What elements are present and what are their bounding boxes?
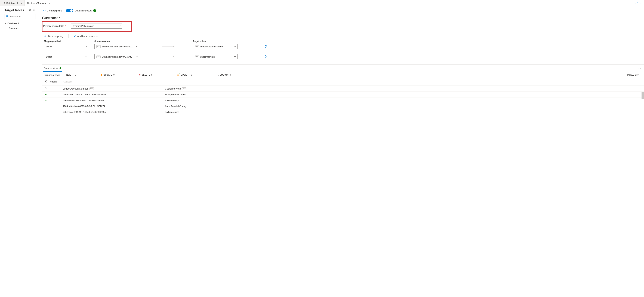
pipeline-icon bbox=[42, 9, 46, 12]
data-preview-grid: LedgerAccountNumber abc CustomerNote abc… bbox=[42, 86, 644, 115]
insert-marker-icon: + bbox=[45, 110, 63, 113]
statistics-label: Statistics bbox=[64, 80, 72, 83]
collapse-pane-icon[interactable] bbox=[638, 67, 641, 70]
data-flow-debug-label: Data flow debug bbox=[75, 9, 92, 12]
delete-mapping-button[interactable] bbox=[264, 55, 267, 58]
mapping-method-select[interactable]: Direct bbox=[44, 44, 89, 49]
chevron-down-icon bbox=[136, 45, 138, 48]
sidebar: Target tables Database 1 Customer bbox=[0, 6, 38, 115]
svg-rect-7 bbox=[62, 80, 62, 82]
more-icon[interactable]: ·· bbox=[640, 2, 642, 4]
statistics-button: Statistics bbox=[60, 80, 72, 83]
target-column-value: CustomerNote bbox=[200, 56, 215, 58]
mapping-method-value: Direct bbox=[46, 56, 52, 58]
search-icon bbox=[216, 74, 219, 76]
sort-icon[interactable] bbox=[45, 87, 63, 90]
data-flow-debug-toggle[interactable] bbox=[66, 9, 73, 12]
primary-source-select[interactable]: SyntheaPatients.csv bbox=[71, 23, 122, 28]
database-icon bbox=[2, 2, 5, 4]
unsaved-dot-icon bbox=[21, 3, 22, 4]
tree-root-database[interactable]: Database 1 bbox=[4, 21, 36, 26]
mapping-method-select[interactable]: Direct bbox=[44, 54, 89, 60]
upsert-icon: ✱+ bbox=[177, 74, 180, 76]
type-badge-icon: abc bbox=[96, 45, 100, 48]
chevron-down-icon bbox=[234, 56, 236, 58]
tab-label: CustomerMapping bbox=[27, 2, 46, 4]
target-column-select[interactable]: abc CustomerNote bbox=[193, 54, 238, 60]
tabs-bar: Database 1 CustomerMapping ·· bbox=[0, 0, 644, 6]
additional-sources-button[interactable]: Additional sources bbox=[74, 35, 98, 38]
data-preview-tab-label: Data preview bbox=[44, 67, 58, 70]
new-mapping-label: New mapping bbox=[48, 35, 64, 38]
data-preview-tab[interactable]: Data preview bbox=[43, 65, 62, 72]
chevron-down-icon bbox=[4, 22, 6, 25]
create-pipeline-label: Create pipeline bbox=[47, 9, 62, 12]
target-column-select[interactable]: abc LedgerAccountNumber bbox=[193, 44, 238, 49]
create-pipeline-button[interactable]: Create pipeline bbox=[42, 9, 62, 12]
stat-total: TOTAL 237 bbox=[627, 74, 639, 76]
search-icon bbox=[6, 15, 8, 18]
primary-source-label: Primary source table * bbox=[43, 25, 66, 27]
expand-icon[interactable] bbox=[635, 2, 638, 4]
cell: de518aa5-6f34-4912-99e0-e640cd50765c bbox=[63, 111, 165, 113]
new-mapping-button[interactable]: ＋ New mapping bbox=[44, 34, 64, 38]
cell: Baltimore city bbox=[165, 111, 641, 113]
target-column-value: LedgerAccountNumber bbox=[200, 45, 224, 48]
column-header[interactable]: CustomerNote bbox=[165, 87, 181, 90]
source-column-select[interactable]: abc SyntheaPatients.csv@County bbox=[94, 54, 139, 60]
primary-source-value: SyntheaPatients.csv bbox=[73, 25, 94, 27]
cell: Montgomery County bbox=[165, 93, 641, 96]
pane-splitter[interactable] bbox=[42, 64, 644, 65]
x-icon: × bbox=[139, 74, 140, 76]
mapping-header-method: Mapping method bbox=[44, 40, 94, 42]
drag-handle-icon bbox=[341, 64, 345, 65]
vertical-scrollbar[interactable] bbox=[642, 92, 644, 99]
source-column-value: SyntheaPatients.csv@Member id bbox=[102, 45, 134, 48]
refresh-icon bbox=[45, 80, 48, 83]
type-badge-icon: abc bbox=[182, 88, 186, 90]
grid-row[interactable]: + 4904d43b-d4c6-4395-85e9-fc021f577674 A… bbox=[42, 103, 644, 109]
asterisk-icon: ✱ bbox=[100, 74, 102, 76]
grid-row[interactable]: + de518aa5-6f34-4912-99e0-e640cd50765c B… bbox=[42, 109, 644, 115]
check-icon bbox=[74, 35, 76, 38]
cell: 4904d43b-d4c6-4395-85e9-fc021f577674 bbox=[63, 105, 165, 108]
arrow-icon bbox=[162, 57, 174, 57]
additional-sources-label: Additional sources bbox=[77, 35, 98, 38]
mapping-header-target: Target column bbox=[193, 40, 246, 42]
type-badge-icon: abc bbox=[96, 56, 100, 58]
insert-marker-icon: + bbox=[45, 105, 63, 108]
unsaved-dot-icon bbox=[49, 3, 50, 4]
collapse-sidebar-icon[interactable] bbox=[33, 9, 36, 12]
check-circle-icon: ✓ bbox=[93, 9, 96, 12]
refresh-button[interactable]: Refresh bbox=[45, 80, 57, 83]
grid-row[interactable]: + b1e5c90d-1cb9-4202-bb03-26631a9bc6c8 M… bbox=[42, 92, 644, 98]
stat-update: ✱ UPDATE 0 bbox=[100, 74, 114, 76]
tab-customer-mapping[interactable]: CustomerMapping bbox=[24, 0, 52, 6]
page-heading: Customer bbox=[42, 16, 644, 20]
divider bbox=[68, 34, 68, 38]
cell: 63e08f91-8a9e-40fe-af02-dcee8c53d48e bbox=[63, 99, 165, 102]
mapping-row: Direct abc SyntheaPatients.csv@County ab… bbox=[44, 54, 644, 60]
mapping-method-value: Direct bbox=[46, 45, 52, 48]
grid-row[interactable]: + 63e08f91-8a9e-40fe-af02-dcee8c53d48e B… bbox=[42, 98, 644, 103]
filter-input[interactable] bbox=[4, 14, 36, 19]
mapping-header-row: Mapping method Source column Target colu… bbox=[44, 40, 644, 42]
type-badge-icon: abc bbox=[90, 88, 94, 90]
tab-label: Database 1 bbox=[6, 2, 18, 4]
chevron-down-icon bbox=[86, 56, 87, 58]
svg-point-1 bbox=[6, 15, 8, 17]
stat-insert: + INSERT 0 bbox=[64, 74, 76, 76]
grid-header-row: LedgerAccountNumber abc CustomerNote abc bbox=[42, 86, 644, 92]
cell: b1e5c90d-1cb9-4202-bb03-26631a9bc6c8 bbox=[63, 93, 165, 96]
row-stats-bar: Number of rows + INSERT 0 ✱ UPDATE 0 × D… bbox=[42, 72, 644, 78]
column-header[interactable]: LedgerAccountNumber bbox=[63, 87, 88, 90]
source-column-select[interactable]: abc SyntheaPatients.csv@Member id bbox=[94, 44, 139, 49]
chevron-down-icon bbox=[119, 25, 120, 27]
chevron-updown-icon[interactable] bbox=[29, 9, 31, 12]
insert-marker-icon: + bbox=[45, 93, 63, 96]
tree-item-customer[interactable]: Customer bbox=[4, 26, 36, 30]
delete-mapping-button[interactable] bbox=[264, 45, 267, 48]
tab-database-1[interactable]: Database 1 bbox=[0, 0, 24, 6]
insert-marker-icon: + bbox=[45, 99, 63, 102]
mapping-row: Direct abc SyntheaPatients.csv@Member id… bbox=[44, 44, 644, 49]
